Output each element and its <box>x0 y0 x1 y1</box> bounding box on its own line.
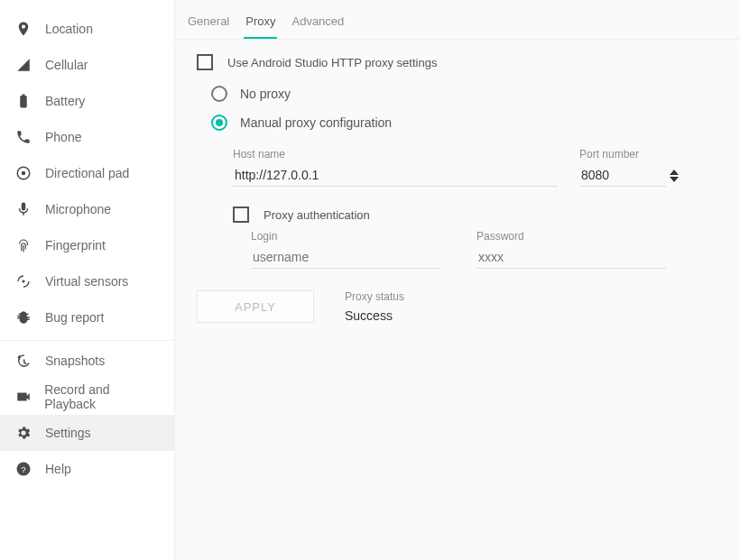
sidebar-item-fingerprint[interactable]: Fingerprint <box>0 227 174 263</box>
tab-proxy[interactable]: Proxy <box>244 4 277 39</box>
phone-icon <box>14 128 32 146</box>
bug-icon <box>14 308 32 326</box>
videocam-icon <box>14 388 32 406</box>
sidebar-item-label: Location <box>45 22 93 36</box>
sidebar-item-microphone[interactable]: Microphone <box>0 191 174 227</box>
sidebar-item-label: Cellular <box>45 58 88 72</box>
svg-text:?: ? <box>21 464 26 474</box>
sidebar-item-label: Virtual sensors <box>45 274 128 289</box>
help-icon: ? <box>14 460 32 478</box>
sidebar-item-label: Settings <box>45 426 91 440</box>
sidebar-divider <box>0 337 174 341</box>
battery-icon <box>14 92 32 110</box>
sidebar-item-battery[interactable]: Battery <box>0 83 174 119</box>
proxy-settings: Use Android Studio HTTP proxy settings N… <box>175 40 740 337</box>
sidebar-item-location[interactable]: Location <box>0 11 174 47</box>
port-label: Port number <box>579 148 679 161</box>
sidebar: Location Cellular Battery Phone Directio… <box>0 0 175 560</box>
manual-proxy-label: Manual proxy configuration <box>240 115 392 130</box>
tabs: General Proxy Advanced <box>175 0 740 40</box>
sidebar-item-sensors[interactable]: Virtual sensors <box>0 263 174 299</box>
manual-proxy-radio[interactable] <box>211 115 227 131</box>
microphone-icon <box>14 200 32 218</box>
svg-point-1 <box>22 171 26 176</box>
main-panel: General Proxy Advanced Use Android Studi… <box>175 0 740 560</box>
login-input[interactable] <box>251 246 440 269</box>
password-input[interactable] <box>476 246 666 269</box>
sidebar-item-label: Record and Playback <box>44 382 160 411</box>
cellular-icon <box>14 56 32 74</box>
proxy-auth-checkbox[interactable] <box>233 207 249 223</box>
sensors-icon <box>14 272 32 290</box>
password-label: Password <box>476 230 666 243</box>
fingerprint-icon <box>14 236 32 254</box>
sidebar-item-bugreport[interactable]: Bug report <box>0 299 174 335</box>
no-proxy-label: No proxy <box>240 87 291 101</box>
sidebar-item-label: Directional pad <box>45 166 129 180</box>
apply-button[interactable]: APPLY <box>197 290 314 323</box>
login-label: Login <box>251 230 440 243</box>
sidebar-item-help[interactable]: ? Help <box>0 451 174 487</box>
sidebar-item-label: Help <box>45 462 71 476</box>
sidebar-item-phone[interactable]: Phone <box>0 119 174 155</box>
sidebar-item-dpad[interactable]: Directional pad <box>0 155 174 191</box>
sidebar-item-cellular[interactable]: Cellular <box>0 47 174 83</box>
sidebar-item-label: Snapshots <box>45 353 105 368</box>
sidebar-item-label: Battery <box>45 94 85 108</box>
sidebar-item-snapshots[interactable]: Snapshots <box>0 343 174 379</box>
port-input[interactable] <box>579 164 666 187</box>
proxy-status-value: Success <box>345 308 404 323</box>
dpad-icon <box>14 164 32 182</box>
hostname-label: Host name <box>233 148 558 161</box>
port-decrease-icon[interactable] <box>670 177 679 182</box>
sidebar-item-label: Phone <box>45 130 81 144</box>
use-as-http-checkbox[interactable] <box>197 54 213 70</box>
tab-general[interactable]: General <box>186 4 231 39</box>
sidebar-item-settings[interactable]: Settings <box>0 415 174 451</box>
sidebar-item-label: Bug report <box>45 310 104 325</box>
port-increase-icon[interactable] <box>670 170 679 175</box>
proxy-auth-label: Proxy authentication <box>264 208 370 222</box>
location-icon <box>14 20 32 38</box>
gear-icon <box>14 424 32 442</box>
hostname-input[interactable] <box>233 164 558 187</box>
no-proxy-radio[interactable] <box>211 86 227 102</box>
sidebar-item-record[interactable]: Record and Playback <box>0 379 174 415</box>
tab-advanced[interactable]: Advanced <box>290 4 346 39</box>
history-icon <box>14 352 32 370</box>
proxy-status-label: Proxy status <box>345 290 404 303</box>
sidebar-item-label: Microphone <box>45 202 111 216</box>
svg-point-2 <box>23 280 25 283</box>
use-as-http-label: Use Android Studio HTTP proxy settings <box>227 56 437 69</box>
sidebar-item-label: Fingerprint <box>45 238 106 252</box>
